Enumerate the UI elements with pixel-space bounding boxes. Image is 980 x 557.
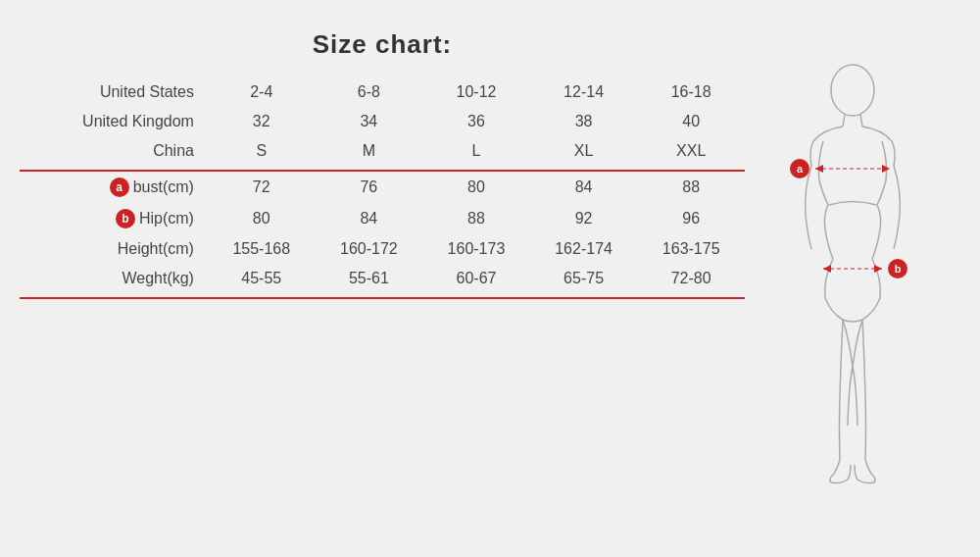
cell: 72 — [208, 171, 316, 203]
cell: 34 — [316, 107, 423, 136]
cell: 160-173 — [422, 234, 530, 264]
cell: 12-14 — [530, 77, 638, 107]
svg-text:a: a — [797, 163, 804, 175]
cell: 36 — [422, 107, 530, 136]
svg-point-0 — [831, 65, 874, 116]
cell: 45-55 — [208, 264, 316, 293]
main-container: Size chart: United States 2-4 6-8 10-12 … — [10, 10, 970, 547]
region-label-uk: United Kingdom — [20, 107, 208, 136]
cell: 38 — [530, 107, 638, 136]
cell: 80 — [208, 203, 316, 234]
cell: 84 — [316, 203, 423, 234]
table-row: United Kingdom 32 34 36 38 40 — [20, 107, 745, 136]
cell: 2-4 — [208, 77, 316, 107]
region-label-us: United States — [20, 77, 208, 107]
table-row: Weght(kg) 45-55 55-61 60-67 65-75 72-80 — [20, 264, 745, 293]
badge-b: b — [116, 209, 135, 228]
cell: 6-8 — [316, 77, 423, 107]
table-row: a bust(cm) 72 76 80 84 88 — [20, 171, 745, 203]
cell: 10-12 — [422, 77, 530, 107]
cell: 96 — [637, 203, 745, 234]
cell: 72-80 — [637, 264, 745, 293]
cell: M — [316, 136, 423, 166]
svg-marker-7 — [823, 265, 831, 273]
table-row: United States 2-4 6-8 10-12 12-14 16-18 — [20, 77, 745, 107]
cell: XXL — [637, 136, 745, 166]
measurement-label-height: Height(cm) — [20, 234, 208, 264]
cell: 88 — [422, 203, 530, 234]
cell: L — [422, 136, 530, 166]
hip-label: Hip(cm) — [139, 210, 194, 228]
cell: XL — [530, 136, 638, 166]
cell: 162-174 — [530, 234, 638, 264]
cell: 40 — [637, 107, 745, 136]
bust-label: bust(cm) — [133, 178, 194, 196]
table-row: b Hip(cm) 80 84 88 92 96 — [20, 203, 745, 234]
cell: 80 — [422, 171, 530, 203]
table-row: Height(cm) 155-168 160-172 160-173 162-1… — [20, 234, 745, 264]
body-figure: a b — [774, 53, 931, 504]
region-label-cn: China — [20, 136, 208, 166]
body-svg: a b — [774, 53, 931, 504]
bottom-divider-row — [20, 293, 745, 298]
cell: 160-172 — [316, 234, 423, 264]
cell: 163-175 — [637, 234, 745, 264]
cell: 55-61 — [316, 264, 423, 293]
cell: 155-168 — [208, 234, 316, 264]
chart-title: Size chart: — [20, 29, 745, 60]
svg-line-1 — [843, 115, 845, 127]
cell: 16-18 — [637, 77, 745, 107]
cell: 84 — [530, 171, 638, 203]
svg-line-2 — [860, 115, 862, 127]
measurement-label-bust: a bust(cm) — [20, 171, 208, 203]
size-table: United States 2-4 6-8 10-12 12-14 16-18 … — [20, 77, 745, 299]
svg-marker-8 — [874, 265, 882, 273]
table-row: China S M L XL XXL — [20, 136, 745, 166]
cell: 76 — [316, 171, 423, 203]
measurement-label-weight: Weght(kg) — [20, 264, 208, 293]
cell: S — [208, 136, 316, 166]
svg-text:b: b — [895, 263, 902, 275]
cell: 60-67 — [422, 264, 530, 293]
cell: 88 — [637, 171, 745, 203]
badge-a: a — [110, 177, 129, 197]
measurement-label-hip: b Hip(cm) — [20, 203, 208, 234]
cell: 32 — [208, 107, 316, 136]
right-panel: a b — [745, 29, 960, 528]
left-panel: Size chart: United States 2-4 6-8 10-12 … — [20, 29, 745, 299]
cell: 92 — [530, 203, 638, 234]
cell: 65-75 — [530, 264, 638, 293]
